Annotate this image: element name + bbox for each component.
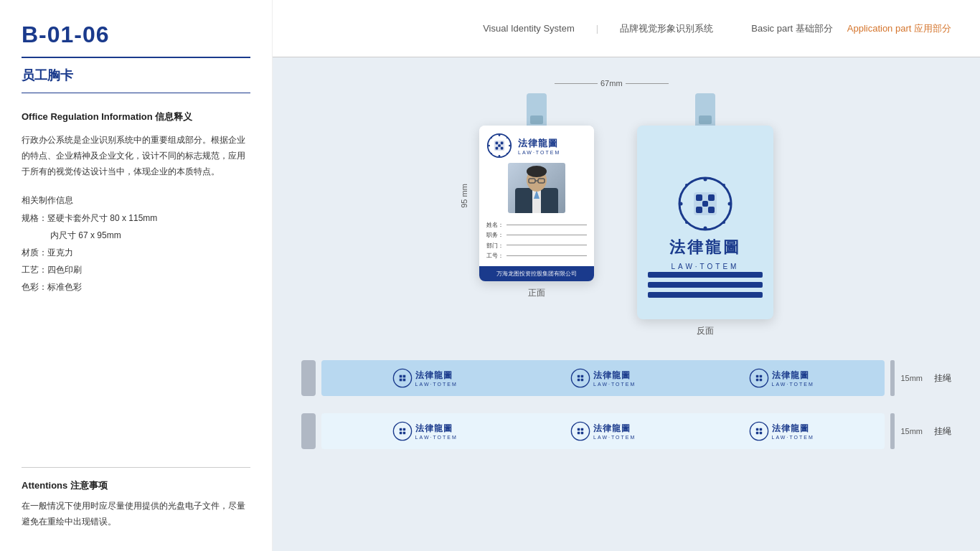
logo-en-front: LAW·TOTEM bbox=[518, 150, 560, 155]
section1-body: 行政办公系统是企业识别系统中的重要组成部分。根据企业的特点、企业精神及企业文化，… bbox=[22, 132, 250, 180]
lanyard-dim-box-1 bbox=[890, 360, 895, 396]
attention-heading: Attentions 注意事项 bbox=[22, 479, 250, 492]
lanyard-section-1: 法律龍圖 LAW·TOTEM 法律龍圖 LAW·TOTE bbox=[301, 360, 951, 396]
svg-point-33 bbox=[728, 202, 732, 205]
lanyard-en-1: LAW·TOTEM bbox=[415, 382, 458, 387]
svg-point-10 bbox=[509, 145, 511, 147]
lanyard-label-1: 挂绳 bbox=[934, 372, 951, 385]
lanyard-logo-icon-2 bbox=[570, 368, 590, 388]
svg-rect-50 bbox=[755, 375, 758, 378]
front-label: 正面 bbox=[528, 287, 545, 299]
id-card-front: 法律龍圖 LAW·TOTEM bbox=[479, 126, 594, 281]
lanyard-logo-1: 法律龍圖 LAW·TOTEM bbox=[392, 368, 458, 388]
header-center: Visual Identity System | 品牌视觉形象识别系统 bbox=[483, 22, 713, 35]
card-strap-front bbox=[527, 93, 547, 126]
svg-rect-28 bbox=[708, 207, 715, 213]
specs-title: 相关制作信息 bbox=[22, 194, 250, 207]
lanyard-dim-2: 15mm bbox=[900, 427, 923, 435]
svg-rect-52 bbox=[755, 379, 758, 382]
specs-section: 规格：竖硬卡套外尺寸 80 x 115mm 内尺寸 67 x 95mm 材质：亚… bbox=[22, 209, 250, 296]
section1-heading: Office Regulation Information 信息释义 bbox=[22, 110, 250, 123]
svg-rect-29 bbox=[702, 201, 708, 207]
svg-rect-46 bbox=[581, 375, 584, 378]
svg-rect-57 bbox=[399, 432, 402, 435]
name-label: 姓名： bbox=[486, 220, 504, 230]
svg-point-12 bbox=[507, 137, 508, 138]
id-card-footer: 万海龙图投资控股集团有限公司 bbox=[479, 266, 594, 281]
svg-point-11 bbox=[491, 137, 492, 138]
svg-rect-47 bbox=[578, 379, 580, 382]
svg-rect-63 bbox=[581, 432, 584, 435]
svg-rect-65 bbox=[755, 428, 758, 431]
card-showcase: 67mm 95 mm bbox=[479, 93, 773, 337]
attention-body: 在一般情况下使用时应尽量使用提供的光盘电子文件，尽量避免在重绘中出现错误。 bbox=[22, 498, 250, 529]
lanyard-cn-1: 法律龍圖 bbox=[415, 369, 458, 382]
dept-row: 部门： bbox=[486, 241, 587, 251]
lanyard-dim-box-2 bbox=[890, 413, 895, 449]
svg-rect-56 bbox=[402, 428, 405, 431]
header-right: Basic part 基础部分 Application part 应用部分 bbox=[751, 22, 951, 35]
svg-rect-51 bbox=[759, 375, 762, 378]
lanyard-cn-6: 法律龍圖 bbox=[772, 423, 814, 435]
lanyard-logo-icon-6 bbox=[749, 421, 769, 441]
spec4: 色彩：标准色彩 bbox=[22, 278, 250, 296]
svg-rect-68 bbox=[759, 432, 762, 435]
svg-point-34 bbox=[685, 184, 688, 187]
svg-point-37 bbox=[722, 221, 725, 224]
lanyard-strip-2: 法律龍圖 LAW·TOTEM 法律龍圖 LAW·TOTE bbox=[321, 413, 885, 449]
lanyard-logo-icon-3 bbox=[749, 368, 769, 388]
svg-rect-43 bbox=[402, 379, 405, 382]
lanyard-section-2: 法律龍圖 LAW·TOTEM 法律龍圖 LAW·TOTE bbox=[301, 413, 951, 449]
photo-area bbox=[508, 163, 565, 213]
spec1: 规格：竖硬卡套外尺寸 80 x 115mm bbox=[22, 209, 250, 227]
svg-point-30 bbox=[704, 177, 707, 181]
logo-cn-front: 法律龍圖 bbox=[518, 137, 560, 150]
id-card-back: 法律龍圖 LAW·TOTEM bbox=[637, 126, 773, 319]
svg-point-44 bbox=[571, 369, 589, 387]
lanyard-logo-3: 法律龍圖 LAW·TOTEM bbox=[749, 368, 814, 388]
svg-rect-58 bbox=[402, 432, 405, 435]
spec1-indent: 内尺寸 67 x 95mm bbox=[22, 227, 250, 244]
svg-point-8 bbox=[499, 155, 501, 157]
svg-point-32 bbox=[679, 202, 683, 205]
back-stripe-3 bbox=[648, 292, 763, 298]
svg-rect-41 bbox=[402, 375, 405, 378]
svg-rect-62 bbox=[578, 432, 580, 435]
main-content: 67mm 95 mm bbox=[273, 57, 980, 551]
lanyard-logo-6: 法律龍圖 LAW·TOTEM bbox=[749, 421, 814, 441]
back-logo-en: LAW·TOTEM bbox=[672, 263, 740, 270]
logo-circle-back bbox=[677, 175, 734, 232]
lanyard-cn-3: 法律龍圖 bbox=[772, 369, 814, 382]
svg-rect-67 bbox=[755, 432, 758, 435]
name-row: 姓名： bbox=[486, 220, 587, 230]
left-panel: B-01-06 员工胸卡 Office Regulation Informati… bbox=[0, 0, 273, 551]
bottom-divider: Attentions 注意事项 在一般情况下使用时应尽量使用提供的光盘电子文件，… bbox=[22, 467, 250, 529]
person-svg bbox=[508, 163, 565, 213]
spec3: 工艺：四色印刷 bbox=[22, 261, 250, 278]
svg-point-7 bbox=[499, 134, 501, 136]
svg-point-49 bbox=[750, 369, 768, 387]
spec2: 材质：亚克力 bbox=[22, 244, 250, 261]
lanyard-en-6: LAW·TOTEM bbox=[772, 435, 814, 440]
lanyard-logo-5: 法律龍圖 LAW·TOTEM bbox=[570, 421, 636, 441]
lanyard-en-2: LAW·TOTEM bbox=[593, 382, 636, 387]
back-logo-cn: 法律龍圖 bbox=[669, 237, 741, 258]
number-label: 工号： bbox=[486, 251, 504, 261]
svg-point-9 bbox=[488, 145, 490, 147]
dim-95mm-label: 95 mm bbox=[460, 184, 468, 208]
front-card-area: 95 mm bbox=[479, 93, 594, 299]
lanyard-cn-5: 法律龍圖 bbox=[593, 423, 636, 435]
svg-rect-25 bbox=[696, 194, 702, 201]
page-code: B-01-06 bbox=[22, 22, 250, 58]
back-stripe-1 bbox=[648, 272, 763, 278]
lanyard-cn-2: 法律龍圖 bbox=[593, 369, 636, 382]
lanyard-strip-1: 法律龍圖 LAW·TOTEM 法律龍圖 LAW·TOTE bbox=[321, 360, 885, 396]
position-row: 职务： bbox=[486, 230, 587, 240]
svg-point-19 bbox=[527, 166, 547, 177]
svg-rect-48 bbox=[581, 379, 584, 382]
dim-67mm-label: 67mm bbox=[600, 79, 623, 88]
svg-rect-6 bbox=[498, 144, 501, 147]
svg-rect-45 bbox=[578, 375, 580, 378]
logo-text-front: 法律龍圖 LAW·TOTEM bbox=[518, 137, 560, 155]
header: Visual Identity System | 品牌视觉形象识别系统 Basi… bbox=[273, 0, 980, 57]
